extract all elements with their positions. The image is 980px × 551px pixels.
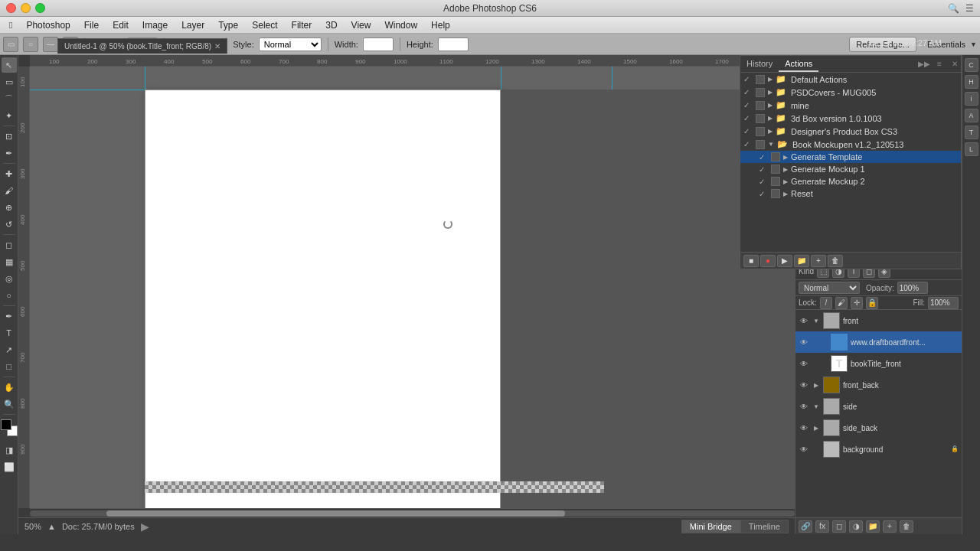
action-group-header[interactable]: ✓ ▶ 📁 mine [740,99,961,112]
healing-tool[interactable]: ✚ [2,166,17,181]
marquee-row-tool[interactable]: — [43,37,58,52]
menu-layer[interactable]: Layer [175,18,211,32]
new-set-btn[interactable]: 📁 [794,255,809,267]
move-tool[interactable]: ↖ [2,57,17,73]
menu-help[interactable]: Help [425,18,456,32]
strip-char-btn[interactable]: T [965,126,978,139]
opacity-input[interactable] [897,282,928,294]
action-expand-icon[interactable]: ▶ [768,102,773,109]
search-icon[interactable]: 🔍 [948,3,959,14]
menu-3d[interactable]: 3D [319,18,343,32]
action-expand-icon[interactable]: ▶ [768,89,773,96]
menu-window[interactable]: Window [378,18,423,32]
tab-history[interactable]: History [740,57,779,72]
action-group-header[interactable]: ✓ ▶ 📁 PSDCovers - MUG005 [740,86,961,99]
add-style-btn[interactable]: fx [815,520,829,533]
foreground-color[interactable] [1,419,11,430]
layer-visibility-toggle[interactable]: 👁 [799,422,809,433]
marquee-tool[interactable]: ▭ [2,74,17,90]
layer-expand-btn[interactable]: ▶ [812,381,820,389]
scrollbar-thumb[interactable] [106,510,565,517]
layer-visibility-toggle[interactable]: 👁 [799,337,809,347]
action-item-expand[interactable]: ▶ [783,154,788,161]
crop-tool[interactable]: ⊡ [2,129,17,144]
gradient-tool[interactable]: ▦ [2,254,17,269]
history-brush-tool[interactable]: ↺ [2,217,17,232]
layer-expand-btn[interactable]: ▼ [812,403,820,410]
timeline-tab[interactable]: Timeline [740,520,789,533]
record-btn[interactable]: ● [760,255,776,267]
action-expand-icon[interactable]: ▶ [768,128,773,135]
tab-actions[interactable]: Actions [779,57,818,72]
action-group-header[interactable]: ✓ ▶ 📁 3d Box version 1.0.1003 [740,112,961,125]
lock-transparent-btn[interactable]: / [820,297,832,309]
layer-expand-btn[interactable]: ▶ [812,424,820,432]
play-icon[interactable]: ▶ [141,520,149,533]
actions-menu-btn[interactable]: ≡ [933,58,946,70]
mini-bridge-tab[interactable]: Mini Bridge [681,520,740,533]
delete-layer-btn[interactable]: 🗑 [900,520,913,533]
eyedropper-tool[interactable]: ✒ [2,145,17,161]
action-expand-icon[interactable]: ▶ [768,115,773,122]
menu-edit[interactable]: Edit [106,18,135,32]
shape-tool[interactable]: □ [2,359,17,374]
zoom-tool[interactable]: 🔍 [2,396,17,412]
quick-mask-btn[interactable]: ◨ [2,442,17,458]
layer-item[interactable]: 👁▼front [795,310,962,331]
clone-tool[interactable]: ⊕ [2,200,17,215]
apple-menu[interactable]:  [3,18,18,32]
action-item[interactable]: ✓ ▶ Reset [740,187,961,200]
menu-photoshop[interactable]: Photoshop [20,18,76,32]
list-icon[interactable]: ☰ [965,3,974,14]
action-item[interactable]: ✓ ▶ Generate Mockup 2 [740,175,961,187]
canvas-area[interactable] [30,67,795,508]
delete-action-btn[interactable]: 🗑 [828,255,843,267]
menu-select[interactable]: Select [246,18,283,32]
layer-item[interactable]: 👁background🔒 [795,439,962,460]
action-group-header[interactable]: ✓ ▼ 📂 Book Mockupen v1.2_120513 [740,138,961,151]
path-select-tool[interactable]: ↗ [2,342,17,357]
layer-expand-btn[interactable] [820,338,828,346]
height-input[interactable] [438,37,469,51]
lock-image-btn[interactable]: 🖌 [835,297,848,309]
hand-tool[interactable]: ✋ [2,380,17,395]
strip-color-btn[interactable]: C [965,58,978,72]
link-layers-btn[interactable]: 🔗 [799,520,812,533]
layer-expand-btn[interactable] [820,360,828,367]
create-adj-btn[interactable]: ◑ [849,520,863,533]
action-item[interactable]: ✓ ▶ Generate Template [740,151,961,163]
close-button[interactable] [6,3,16,13]
strip-adj-btn[interactable]: A [965,109,978,122]
text-tool[interactable]: T [2,325,17,341]
style-select[interactable]: Normal Fixed Ratio Fixed Size [259,37,322,51]
quick-select-tool[interactable]: ✦ [2,108,17,123]
strip-layers-btn[interactable]: L [965,142,978,156]
width-input[interactable] [363,37,394,51]
marquee-rect-tool[interactable]: ▭ [3,37,18,52]
marquee-ellipse-tool[interactable]: ○ [23,37,38,52]
fill-input[interactable] [928,297,959,309]
canvas-document[interactable] [145,90,501,508]
menu-filter[interactable]: Filter [286,18,318,32]
lock-all-btn[interactable]: 🔒 [866,297,878,309]
horizontal-scrollbar[interactable] [30,508,795,517]
menu-image[interactable]: Image [136,18,174,32]
menu-view[interactable]: View [345,18,377,32]
create-group-btn[interactable]: 📁 [866,520,880,533]
add-mask-btn[interactable]: ◻ [832,520,846,533]
menu-file[interactable]: File [78,18,105,32]
document-tab[interactable]: Untitled-1 @ 50% (book.Title_front; RGB/… [57,38,227,54]
action-group-header[interactable]: ✓ ▶ 📁 Designer's Product Box CS3 [740,125,961,138]
action-group-header[interactable]: ✓ ▶ 📁 Default Actions [740,73,961,86]
layer-item[interactable]: 👁www.draftboardfront... [795,331,962,353]
blend-mode-select[interactable]: NormalMultiplyScreenOverlay [799,282,860,294]
layer-expand-btn[interactable]: ▼ [812,317,820,324]
dodge-tool[interactable]: ○ [2,288,17,303]
action-item-expand[interactable]: ▶ [783,166,788,173]
layer-visibility-toggle[interactable]: 👁 [799,380,809,390]
layer-visibility-toggle[interactable]: 👁 [799,444,809,455]
lock-pos-btn[interactable]: ✛ [851,297,863,309]
brush-tool[interactable]: 🖌 [2,183,17,198]
action-item[interactable]: ✓ ▶ Generate Mockup 1 [740,163,961,175]
maximize-button[interactable] [35,3,45,13]
